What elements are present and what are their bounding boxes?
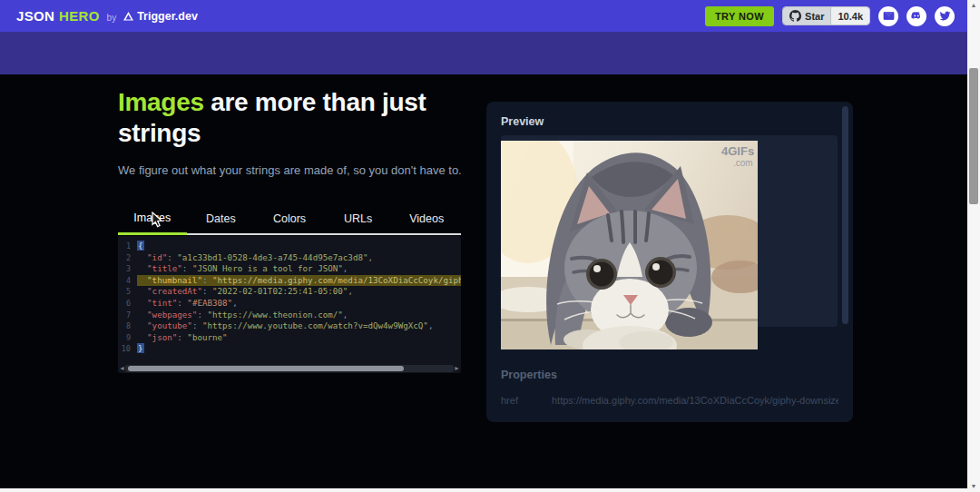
code-line[interactable]: 3 "title": "JSON Hero is a tool for JSON… (118, 263, 461, 275)
star-count-badge: 10.4k (830, 7, 869, 25)
try-now-button[interactable]: TRY NOW (705, 6, 774, 26)
line-number: 5 (118, 286, 131, 298)
preview-title: Preview (501, 115, 544, 128)
line-number: 4 (118, 275, 131, 287)
line-number: 7 (118, 310, 131, 321)
twitter-icon[interactable] (935, 6, 955, 26)
github-icon (789, 10, 801, 22)
trigger-dev-label: Trigger.dev (137, 10, 198, 23)
line-content: "id": "a1c33bd1-0528-4de3-a745-44d95e7ac… (137, 252, 461, 264)
property-label: href (501, 395, 552, 406)
tab-label: Videos (409, 212, 444, 225)
code-line[interactable]: 4 "thumbnail": "https://media.giphy.com/… (118, 275, 461, 287)
trigger-dev-link[interactable]: Trigger.dev (123, 10, 198, 23)
star-label: Star (805, 11, 824, 22)
tab-label: Images (133, 212, 171, 224)
scrollbar-track[interactable] (125, 365, 454, 372)
watermark-4gifs: 4GIFs (721, 144, 754, 158)
page-title: Images are more than just strings (118, 87, 454, 149)
code-lines: 1 { 2 "id": "a1c33bd1-0528-4de3-a745-44d… (118, 241, 461, 355)
github-star-button[interactable]: Star 10.4k (782, 6, 870, 25)
tab[interactable]: Dates (187, 206, 256, 235)
scrollbar-thumb[interactable] (128, 366, 404, 371)
page-title-highlight: Images (118, 88, 204, 116)
logo-by-text: by (107, 13, 117, 23)
properties-title: Properties (501, 369, 557, 381)
scroll-down-arrow[interactable]: ▼ (967, 481, 980, 492)
tab[interactable]: Colors (255, 206, 324, 235)
line-content: "json": "bourne" (137, 332, 461, 344)
code-line[interactable]: 6 "tint": "#EAB308", (118, 298, 461, 310)
horizontal-scrollbar-strip[interactable] (0, 488, 967, 492)
line-content: "title": "JSON Hero is a tool for JSON", (137, 263, 461, 275)
scroll-up-arrow[interactable]: ▲ (967, 0, 980, 11)
code-line[interactable]: 7 "webpages": "https://www.theonion.com/… (118, 310, 461, 321)
navbar-actions: TRY NOW Star 10.4k (705, 6, 955, 26)
svg-text:.com: .com (733, 158, 753, 168)
mail-icon[interactable] (878, 6, 898, 26)
line-content: "youtube": "https://www.youtube.com/watc… (137, 320, 461, 332)
panel-scrollbar-thumb[interactable] (842, 106, 848, 324)
tab[interactable]: Videos (392, 206, 461, 235)
logo-hero-text: HERO (59, 8, 100, 24)
logo[interactable]: JSON HERO by Trigger.dev (16, 8, 198, 24)
page-subtitle: We figure out what your strings are made… (118, 163, 481, 177)
scroll-right-arrow[interactable]: ► (454, 364, 460, 372)
hero-banner (0, 32, 967, 74)
code-line[interactable]: 2 "id": "a1c33bd1-0528-4de3-a745-44d95e7… (118, 252, 461, 264)
line-content: { (137, 241, 461, 252)
code-line[interactable]: 8 "youtube": "https://www.youtube.com/wa… (118, 320, 461, 332)
line-number: 8 (118, 320, 131, 332)
line-content: "tint": "#EAB308", (137, 298, 461, 310)
scroll-left-arrow[interactable]: ◄ (119, 364, 125, 372)
vertical-scrollbar-thumb[interactable] (969, 68, 978, 204)
line-number: 9 (118, 332, 131, 344)
logo-json-text: JSON (16, 8, 54, 24)
line-content: } (137, 343, 461, 355)
preview-panel: Preview (486, 102, 853, 422)
line-number: 3 (118, 263, 131, 275)
property-value: https://media.giphy.com/media/13CoXDiaCc… (552, 395, 838, 406)
code-horizontal-scrollbar[interactable]: ◄ ► (119, 364, 460, 372)
code-line[interactable]: 10 } (118, 343, 461, 355)
tab[interactable]: Images (118, 206, 187, 235)
code-line[interactable]: 9 "json": "bourne" (118, 332, 461, 344)
vertical-scrollbar[interactable]: ▲ ▼ (967, 0, 980, 492)
feature-tabs: Images Dates Colors URLs Videos (118, 206, 461, 235)
tab-label: Dates (206, 212, 236, 225)
preview-image-cat-gif: 4GIFs .com (501, 141, 758, 349)
line-content: "webpages": "https://www.theonion.com/", (137, 310, 461, 321)
line-number: 2 (118, 252, 131, 264)
code-line[interactable]: 1 { (118, 241, 461, 252)
top-navbar: JSON HERO by Trigger.dev TRY NOW Star 10… (0, 0, 967, 32)
tab-label: URLs (344, 212, 372, 225)
json-code-block: 1 { 2 "id": "a1c33bd1-0528-4de3-a745-44d… (118, 236, 461, 373)
line-number: 10 (118, 343, 131, 355)
trigger-dev-icon (123, 12, 133, 21)
line-content: "thumbnail": "https://media.giphy.com/me… (137, 275, 461, 287)
discord-icon[interactable] (906, 6, 926, 26)
line-number: 1 (118, 241, 131, 252)
property-row: href https://media.giphy.com/media/13CoX… (501, 395, 838, 406)
code-line[interactable]: 5 "createdAt": "2022-02-01T02:25:41-05:0… (118, 286, 461, 298)
line-number: 6 (118, 298, 131, 310)
tab[interactable]: URLs (324, 206, 393, 235)
line-content: "createdAt": "2022-02-01T02:25:41-05:00"… (137, 286, 461, 298)
tab-label: Colors (273, 212, 306, 225)
